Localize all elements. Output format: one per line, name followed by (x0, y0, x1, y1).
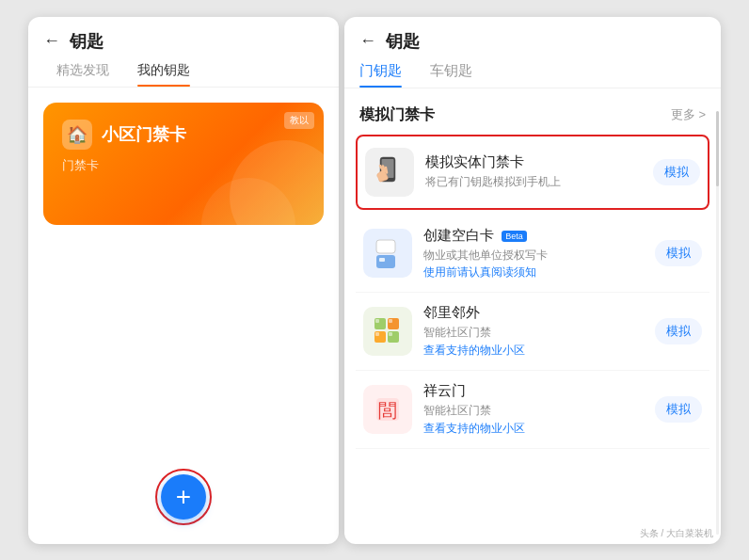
list-item-xiangyun[interactable]: 閭 祥云门 智能社区门禁 查看支持的物业小区 模拟 (356, 371, 709, 449)
svg-rect-6 (376, 255, 395, 268)
scrollbar-track (716, 111, 719, 535)
svg-rect-15 (389, 332, 392, 336)
right-header: ← 钥匙 (344, 17, 721, 62)
item-desc-simulate-physical: 将已有门钥匙模拟到手机上 (425, 174, 642, 190)
simulate-btn-neighbor[interactable]: 模拟 (655, 318, 702, 344)
tab-my-keys[interactable]: 我的钥匙 (137, 62, 190, 87)
right-back-button[interactable]: ← (359, 31, 376, 51)
svg-rect-7 (379, 258, 385, 262)
card-badge: 教以 (284, 112, 314, 129)
section-title: 模拟门禁卡 (359, 105, 435, 125)
fab-area: + (28, 469, 339, 544)
left-title: 钥匙 (70, 30, 104, 53)
item-desc-create-blank: 物业或其他单位授权写卡 (423, 248, 644, 264)
item-content-create-blank: 创建空白卡 Beta 物业或其他单位授权写卡 使用前请认真阅读须知 (423, 227, 644, 281)
svg-text:閭: 閭 (378, 400, 397, 421)
beta-badge: Beta (502, 231, 527, 242)
item-link-neighbor[interactable]: 查看支持的物业小区 (423, 343, 644, 359)
list-item-neighbor[interactable]: 邻里邻外 智能社区门禁 查看支持的物业小区 模拟 (356, 293, 709, 371)
right-title: 钥匙 (386, 30, 420, 53)
item-name-create-blank: 创建空白卡 Beta (423, 227, 644, 245)
tab-door-key[interactable]: 门钥匙 (359, 62, 402, 88)
house-icon (363, 307, 412, 356)
svg-rect-14 (375, 332, 379, 336)
list-item-simulate-physical[interactable]: 模拟实体门禁卡 将已有门钥匙模拟到手机上 模拟 (356, 135, 709, 210)
right-panel: ← 钥匙 门钥匙 车钥匙 模拟门禁卡 更多 > (344, 17, 721, 544)
left-panel: ← 钥匙 精选发现 我的钥匙 教以 🏠 小区门禁卡 门禁卡 + (28, 17, 339, 544)
red-door-icon: 閭 (363, 385, 412, 434)
list-item-create-blank[interactable]: 创建空白卡 Beta 物业或其他单位授权写卡 使用前请认真阅读须知 模拟 (356, 216, 709, 294)
item-name-xiangyun: 祥云门 (423, 382, 644, 400)
key-card[interactable]: 教以 🏠 小区门禁卡 门禁卡 (43, 103, 324, 225)
item-desc-xiangyun: 智能社区门禁 (423, 403, 644, 419)
item-name-simulate-physical: 模拟实体门禁卡 (425, 153, 642, 171)
simulate-btn-xiangyun[interactable]: 模拟 (655, 396, 702, 423)
items-list: 模拟实体门禁卡 将已有门钥匙模拟到手机上 模拟 创建空白卡 Beta 物业或其他… (344, 135, 721, 544)
phone-tap-icon (365, 148, 414, 197)
tab-featured[interactable]: 精选发现 (56, 62, 109, 87)
item-link-create-blank[interactable]: 使用前请认真阅读须知 (423, 264, 644, 280)
tab-car-key[interactable]: 车钥匙 (430, 62, 472, 88)
item-link-xiangyun[interactable]: 查看支持的物业小区 (423, 421, 644, 437)
left-tabs: 精选发现 我的钥匙 (28, 62, 339, 88)
svg-rect-13 (389, 319, 392, 323)
card-name: 小区门禁卡 (102, 123, 186, 146)
svg-rect-12 (375, 319, 379, 323)
item-desc-neighbor: 智能社区门禁 (423, 325, 644, 341)
simulate-btn-physical[interactable]: 模拟 (653, 159, 700, 185)
right-tabs: 门钥匙 车钥匙 (344, 62, 721, 88)
home-icon: 🏠 (62, 120, 92, 150)
add-key-button[interactable]: + (161, 474, 206, 520)
simulate-btn-blank[interactable]: 模拟 (655, 240, 702, 266)
watermark: 头条 / 大白菜装机 (640, 527, 713, 540)
item-content-xiangyun: 祥云门 智能社区门禁 查看支持的物业小区 (423, 382, 644, 437)
left-header: ← 钥匙 (28, 17, 339, 62)
item-content-neighbor: 邻里邻外 智能社区门禁 查看支持的物业小区 (423, 304, 644, 359)
svg-line-4 (386, 168, 387, 173)
svg-rect-5 (376, 240, 395, 253)
item-content-simulate-physical: 模拟实体门禁卡 将已有门钥匙模拟到手机上 (425, 153, 642, 190)
scrollbar-thumb[interactable] (716, 111, 719, 186)
left-back-button[interactable]: ← (43, 31, 60, 51)
fab-highlight: + (155, 469, 212, 525)
item-name-neighbor: 邻里邻外 (423, 304, 644, 322)
section-header: 模拟门禁卡 更多 > (344, 100, 721, 135)
section-more-link[interactable]: 更多 > (671, 106, 706, 123)
white-card-icon (363, 229, 412, 278)
